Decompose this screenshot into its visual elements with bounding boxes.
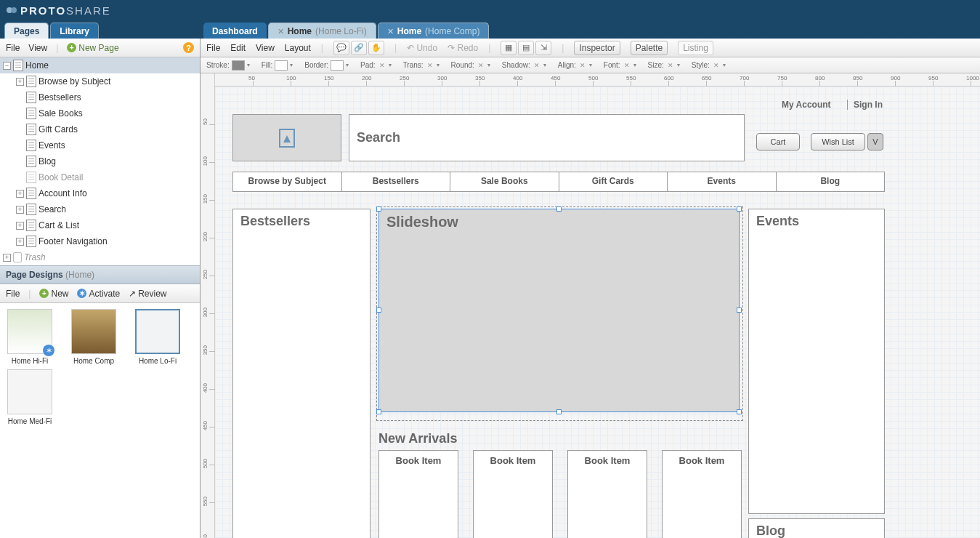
active-badge-icon: ✶: [43, 345, 54, 356]
undo-button[interactable]: ↶ Undo: [407, 43, 437, 53]
link-tool-icon[interactable]: 🔗: [351, 41, 367, 55]
palette-toggle[interactable]: Palette: [631, 41, 668, 55]
tree-item[interactable]: +Account Info: [0, 185, 200, 201]
menu-file[interactable]: File: [6, 289, 20, 299]
prop-border[interactable]: Border:▾: [304, 60, 353, 71]
distribute-tool-icon[interactable]: ⇲: [535, 41, 551, 55]
page-icon: [26, 92, 36, 103]
menu-view[interactable]: View: [256, 43, 275, 53]
menu-edit[interactable]: Edit: [230, 43, 246, 53]
tree-trash[interactable]: +Trash: [0, 249, 200, 265]
placeholder-icon: [278, 128, 296, 148]
wf-nav[interactable]: Browse by Subject Bestsellers Sale Books…: [232, 172, 885, 192]
wf-search[interactable]: Search: [349, 114, 745, 161]
ruler-vertical: 50100150200250300350400450500550600: [201, 73, 215, 538]
prop-stroke[interactable]: Stroke:▾: [206, 60, 254, 71]
tree-item[interactable]: Gift Cards: [0, 121, 200, 137]
prop-round[interactable]: Round:✕▾: [451, 61, 495, 70]
wf-wishlist-dropdown[interactable]: V: [867, 133, 883, 150]
tree-item[interactable]: Bestsellers: [0, 89, 200, 105]
review-button[interactable]: ↗Review: [129, 289, 166, 299]
wf-wishlist-button[interactable]: Wish List: [811, 133, 865, 150]
comment-tool-icon[interactable]: 💬: [333, 41, 349, 55]
design-thumbnails: ✶Home Hi-Fi Home Comp Home Lo-Fi Home Me…: [0, 303, 200, 431]
wf-new-arrivals: New Arrivals: [378, 431, 457, 446]
wf-slideshow-selected[interactable]: Slideshow: [378, 209, 740, 412]
hand-tool-icon[interactable]: ✋: [368, 41, 384, 55]
expand-icon[interactable]: +: [3, 254, 11, 262]
wf-book-item[interactable]: Book Item: [662, 450, 742, 538]
thumb-medfi[interactable]: Home Med-Fi: [4, 369, 55, 425]
wf-nav-item[interactable]: Browse by Subject: [233, 172, 342, 191]
tree-item[interactable]: +Search: [0, 201, 200, 217]
wf-nav-item[interactable]: Events: [668, 172, 777, 191]
prop-fill[interactable]: Fill:▾: [262, 60, 298, 71]
wf-nav-item[interactable]: Blog: [777, 172, 885, 191]
prop-font[interactable]: Font:✕▾: [604, 61, 641, 70]
page-icon: [13, 60, 23, 71]
expand-icon[interactable]: +: [16, 222, 24, 230]
tree-item[interactable]: Book Detail: [0, 169, 200, 185]
prop-size[interactable]: Size:✕▾: [648, 61, 684, 70]
wf-nav-item[interactable]: Gift Cards: [559, 172, 668, 191]
menu-file[interactable]: File: [206, 43, 220, 53]
tree-item[interactable]: Sale Books: [0, 105, 200, 121]
activate-icon: ✶: [77, 289, 86, 298]
menu-file[interactable]: File: [6, 43, 20, 53]
help-icon[interactable]: ?: [183, 42, 194, 53]
inspector-toggle[interactable]: Inspector: [574, 41, 620, 55]
expand-icon[interactable]: +: [16, 190, 24, 198]
wf-cart-button[interactable]: Cart: [756, 133, 800, 150]
wf-nav-item[interactable]: Bestsellers: [342, 172, 451, 191]
close-icon[interactable]: ✕: [387, 27, 394, 36]
close-icon[interactable]: ✕: [278, 27, 284, 36]
tree-item[interactable]: +Cart & List: [0, 217, 200, 233]
tree-home[interactable]: − Home: [0, 57, 200, 73]
tree-item[interactable]: +Footer Navigation: [0, 233, 200, 249]
menu-view[interactable]: View: [28, 43, 47, 53]
thumb-comp[interactable]: Home Comp: [68, 309, 119, 365]
expand-icon[interactable]: +: [16, 78, 24, 86]
page-icon: [26, 124, 36, 135]
thumb-hifi[interactable]: ✶Home Hi-Fi: [4, 309, 55, 365]
wf-book-item[interactable]: Book Item: [473, 450, 553, 538]
redo-button[interactable]: ↷ Redo: [448, 43, 478, 53]
prop-pad[interactable]: Pad:✕▾: [360, 61, 396, 70]
prop-align[interactable]: Align:✕▾: [558, 61, 596, 70]
tab-pages[interactable]: Pages: [4, 23, 49, 39]
thumb-lofi[interactable]: Home Lo-Fi: [132, 309, 183, 365]
menu-layout[interactable]: Layout: [285, 43, 311, 53]
app-header: PROTOSHARE: [0, 0, 980, 20]
tab-home-comp[interactable]: ✕ Home (Home Comp): [378, 23, 490, 39]
collapse-icon[interactable]: −: [3, 62, 11, 70]
canvas[interactable]: My Account Sign In Search Cart Wish List…: [215, 87, 980, 538]
prop-style[interactable]: Style:✕▾: [692, 61, 730, 70]
tab-library[interactable]: Library: [50, 23, 99, 39]
new-button[interactable]: +New: [39, 289, 68, 299]
grid-tool-icon[interactable]: ▤: [518, 41, 534, 55]
wf-blog[interactable]: Blog: [748, 518, 885, 538]
wf-my-account[interactable]: My Account: [782, 100, 831, 110]
page-designs-header: Page Designs (Home): [0, 265, 200, 284]
prop-shadow[interactable]: Shadow:✕▾: [502, 61, 551, 70]
wf-book-item[interactable]: Book Item: [378, 450, 458, 538]
wf-book-item[interactable]: Book Item: [567, 450, 647, 538]
listing-toggle[interactable]: Listing: [678, 41, 713, 55]
tree-item[interactable]: Blog: [0, 153, 200, 169]
wf-sign-in[interactable]: Sign In: [847, 100, 883, 110]
tree-item[interactable]: +Browse by Subject: [0, 73, 200, 89]
wf-bestsellers[interactable]: Bestsellers: [232, 209, 370, 538]
tree-item[interactable]: Events: [0, 137, 200, 153]
wf-nav-item[interactable]: Sale Books: [450, 172, 559, 191]
tab-home-lofi[interactable]: ✕ Home (Home Lo-Fi): [268, 23, 376, 39]
expand-icon[interactable]: +: [16, 206, 24, 214]
page-tree: − Home +Browse by Subject Bestsellers Sa…: [0, 57, 200, 265]
prop-trans[interactable]: Trans:✕▾: [403, 61, 444, 70]
wf-events[interactable]: Events: [748, 209, 885, 514]
align-tool-icon[interactable]: ▦: [501, 41, 517, 55]
tab-dashboard[interactable]: Dashboard: [203, 23, 267, 39]
activate-button[interactable]: ✶Activate: [77, 289, 120, 299]
new-page-button[interactable]: +New Page: [67, 43, 118, 53]
expand-icon[interactable]: +: [16, 238, 24, 246]
wf-logo-placeholder[interactable]: [232, 114, 341, 161]
